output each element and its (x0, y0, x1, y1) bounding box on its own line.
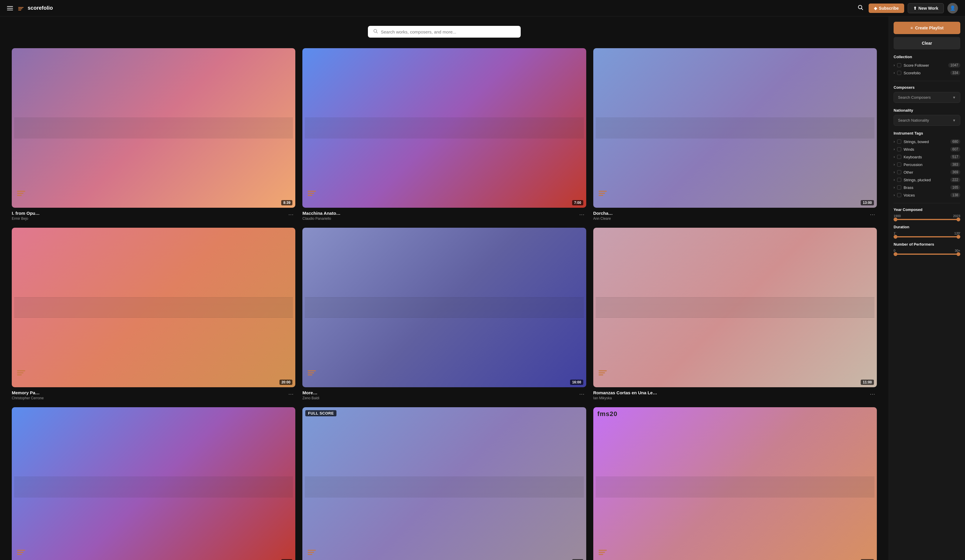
diamond-icon: ◆ (874, 6, 877, 11)
menu-button[interactable] (7, 6, 13, 10)
thumb-logo (597, 547, 608, 558)
instrument-tag-item[interactable]: › Winds 607 (894, 145, 960, 153)
score-overlay (303, 407, 586, 560)
nationality-dropdown[interactable]: Search Nationality ▼ (894, 115, 960, 126)
score-lines (593, 295, 877, 320)
instrument-tag-checkbox[interactable] (897, 162, 901, 167)
instrument-tag-checkbox[interactable] (897, 193, 901, 197)
work-card[interactable]: 1:00 Donna and Clifford Forbes Graham ⋯ (12, 407, 295, 560)
instrument-tag-count: 680 (950, 139, 960, 144)
work-card[interactable]: 11:00 Romanzas Cortas en Una Lengu... Ia… (593, 228, 877, 400)
more-options-button[interactable]: ⋯ (868, 390, 877, 398)
avatar[interactable]: 👤 (947, 3, 958, 13)
subscribe-button[interactable]: ◆ Subscribe (869, 3, 904, 13)
instrument-tag-count: 383 (950, 162, 960, 167)
work-duration: 8:39 (281, 200, 293, 206)
duration-range-thumb-left[interactable] (894, 235, 898, 239)
collection-checkbox[interactable] (897, 71, 901, 75)
instrument-tag-checkbox[interactable] (897, 170, 901, 174)
year-range-track (894, 219, 960, 220)
logo[interactable]: scorefolio (18, 5, 53, 11)
fms20-label: fms20 (597, 410, 618, 418)
work-info: Macchina Anatomica Claudio Panariello ⋯ (303, 208, 586, 220)
score-lines (12, 295, 295, 320)
work-meta: Morene Zeno Baldi (303, 390, 319, 400)
instrument-tag-checkbox[interactable] (897, 147, 901, 151)
work-title: Memory Palace (12, 390, 41, 395)
instrument-tag-item[interactable]: › Voices 138 (894, 191, 960, 199)
work-thumbnail[interactable]: 16:00 (303, 228, 586, 387)
instrument-tag-label: Other (904, 170, 948, 175)
year-range-thumb-right[interactable] (957, 218, 960, 222)
instrument-tag-item[interactable]: › Brass 165 (894, 184, 960, 191)
svg-rect-24 (599, 374, 603, 376)
svg-rect-2 (18, 10, 21, 11)
work-meta: Romanzas Cortas en Una Lengu... Ian Miky… (593, 390, 665, 400)
svg-rect-23 (599, 372, 605, 374)
search-button[interactable] (856, 3, 865, 13)
work-card[interactable]: 7:00 Macchina Anatomica Claudio Panariel… (303, 48, 586, 220)
work-duration: 11:00 (861, 380, 874, 385)
work-card[interactable]: 13:00 Dorchadas Ann Cleare ⋯ (593, 48, 877, 220)
work-composer: Ann Cleare (593, 217, 616, 220)
work-card[interactable]: FULL SCORE 7:00 Hellmouth Ni Zheng ⋯ (303, 407, 586, 560)
thumb-logo (306, 547, 317, 558)
chevron-right-icon: › (894, 63, 895, 67)
instrument-tag-checkbox[interactable] (897, 185, 901, 189)
more-options-button[interactable]: ⋯ (286, 211, 295, 218)
thumb-logo (306, 367, 317, 379)
more-options-button[interactable]: ⋯ (868, 211, 877, 218)
performers-range-thumb-left[interactable] (894, 252, 898, 256)
composers-dropdown[interactable]: Search Composers ▼ (894, 92, 960, 103)
work-thumbnail[interactable]: 13:00 (593, 48, 877, 208)
work-card[interactable]: 16:00 Morene Zeno Baldi ⋯ (303, 228, 586, 400)
instrument-tag-item[interactable]: › Strings, plucked 222 (894, 176, 960, 184)
work-thumbnail[interactable]: 20:00 (12, 228, 295, 387)
work-thumbnail[interactable]: fms20 15:00 (593, 407, 877, 560)
thumb-logo (16, 367, 26, 379)
chevron-right-icon: › (894, 178, 895, 182)
search-bar (368, 26, 521, 38)
work-title: Macchina Anatomica (303, 211, 342, 216)
instrument-tag-item[interactable]: › Other 369 (894, 168, 960, 176)
new-work-button[interactable]: ⬆ New Work (908, 3, 944, 13)
collection-item[interactable]: › Score Follower 1047 (894, 61, 960, 69)
clear-button[interactable]: Clear (894, 37, 960, 49)
more-options-button[interactable]: ⋯ (577, 211, 586, 218)
performers-max: 30+ (955, 249, 960, 252)
instrument-tag-checkbox[interactable] (897, 178, 901, 182)
duration-range-thumb-right[interactable] (957, 235, 960, 239)
more-options-button[interactable]: ⋯ (286, 390, 295, 398)
performers-range-thumb-right[interactable] (957, 252, 960, 256)
instrument-tag-checkbox[interactable] (897, 140, 901, 144)
score-overlay (12, 407, 295, 560)
work-thumbnail[interactable]: 8:39 (12, 48, 295, 208)
chevron-right-icon: › (894, 193, 895, 197)
score-lines (12, 116, 295, 140)
collection-checkbox[interactable] (897, 63, 901, 67)
work-thumbnail[interactable]: FULL SCORE 7:00 (303, 407, 586, 560)
instrument-tag-checkbox[interactable] (897, 155, 901, 159)
more-options-button[interactable]: ⋯ (577, 390, 586, 398)
work-card[interactable]: fms20 15:00 The Ultimate Distraction Fer… (593, 407, 877, 560)
instrument-tag-count: 517 (950, 155, 960, 159)
instrument-tag-count: 607 (950, 147, 960, 152)
instrument-tag-item[interactable]: › Keyboards 517 (894, 153, 960, 161)
svg-rect-12 (307, 195, 312, 196)
instrument-tag-item[interactable]: › Strings, bowed 680 (894, 138, 960, 145)
year-range-thumb-left[interactable] (894, 218, 898, 222)
score-overlay (593, 407, 877, 560)
search-input[interactable] (381, 29, 515, 34)
create-playlist-button[interactable]: ≡ Create Playlist (894, 22, 960, 34)
composers-title: Composers (894, 85, 960, 90)
svg-rect-8 (17, 193, 23, 194)
work-card[interactable]: 20:00 Memory Palace Christopher Cerrone … (12, 228, 295, 400)
work-card[interactable]: 8:39 I. from Opus 11 Ermir Bejo ⋯ (12, 48, 295, 220)
instrument-tag-item[interactable]: › Percussion 383 (894, 161, 960, 168)
collection-item[interactable]: › Scorefolio 334 (894, 69, 960, 77)
svg-rect-29 (307, 552, 314, 553)
work-thumbnail[interactable]: 7:00 (303, 48, 586, 208)
work-thumbnail[interactable]: 1:00 (12, 407, 295, 560)
svg-rect-14 (599, 193, 605, 194)
work-thumbnail[interactable]: 11:00 (593, 228, 877, 387)
